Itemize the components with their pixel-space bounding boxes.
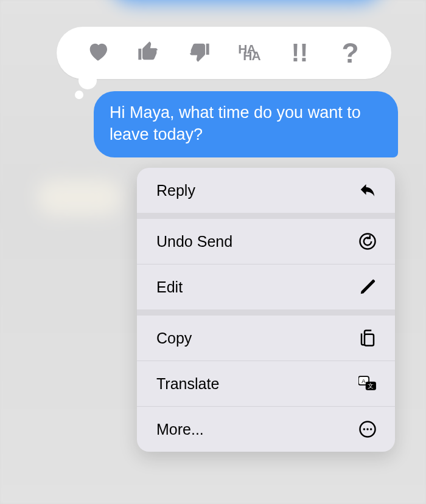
message-text: Hi Maya, what time do you want to leave … (110, 103, 361, 143)
svg-point-0 (360, 234, 375, 249)
svg-point-9 (370, 428, 372, 430)
reaction-thumbs-down[interactable] (181, 35, 217, 71)
question-icon: ? (341, 42, 358, 64)
menu-item-translate[interactable]: Translate A 文 (137, 361, 395, 406)
heart-icon (86, 40, 110, 66)
reaction-question[interactable]: ? (332, 35, 369, 71)
svg-rect-1 (365, 334, 374, 346)
menu-label: Reply (156, 182, 195, 199)
message-context-menu: Reply Undo Send Edit Copy Tran (137, 168, 395, 452)
svg-point-7 (363, 428, 366, 430)
svg-point-8 (366, 428, 369, 430)
thumbs-up-icon (136, 40, 161, 66)
ellipsis-circle-icon (358, 420, 377, 438)
copy-icon (358, 329, 377, 347)
pencil-icon (358, 278, 377, 296)
svg-text:文: 文 (368, 383, 374, 390)
undo-send-icon (358, 232, 377, 250)
tapback-tail (79, 71, 97, 89)
menu-item-more[interactable]: More... (137, 406, 395, 452)
tapback-reactions-bar: HAHA !! ? (57, 27, 391, 79)
menu-group-more: Copy Translate A 文 More... (137, 309, 395, 452)
menu-label: Edit (156, 278, 183, 296)
menu-item-copy[interactable]: Copy (137, 316, 395, 361)
menu-label: Undo Send (156, 233, 232, 250)
haha-icon: HAHA (238, 44, 260, 61)
reaction-heart[interactable] (80, 35, 116, 71)
menu-label: Translate (156, 375, 219, 393)
menu-item-reply[interactable]: Reply (137, 168, 395, 213)
menu-label: More... (156, 421, 204, 438)
menu-item-edit[interactable]: Edit (137, 264, 395, 309)
reaction-haha[interactable]: HAHA (231, 35, 268, 71)
selected-message-bubble[interactable]: Hi Maya, what time do you want to leave … (94, 91, 398, 157)
thumbs-down-icon (187, 40, 211, 66)
reaction-exclaim[interactable]: !! (282, 35, 318, 71)
menu-label: Copy (156, 330, 192, 347)
menu-item-undo-send[interactable]: Undo Send (137, 219, 395, 264)
menu-group-edit: Undo Send Edit (137, 213, 395, 309)
translate-icon: A 文 (358, 375, 377, 393)
tapback-tail-small (75, 91, 83, 99)
exclaim-icon: !! (292, 43, 309, 63)
svg-text:A: A (361, 378, 366, 384)
reply-arrow-icon (358, 181, 377, 199)
menu-group-reply: Reply (137, 168, 395, 213)
reaction-thumbs-up[interactable] (130, 35, 167, 71)
